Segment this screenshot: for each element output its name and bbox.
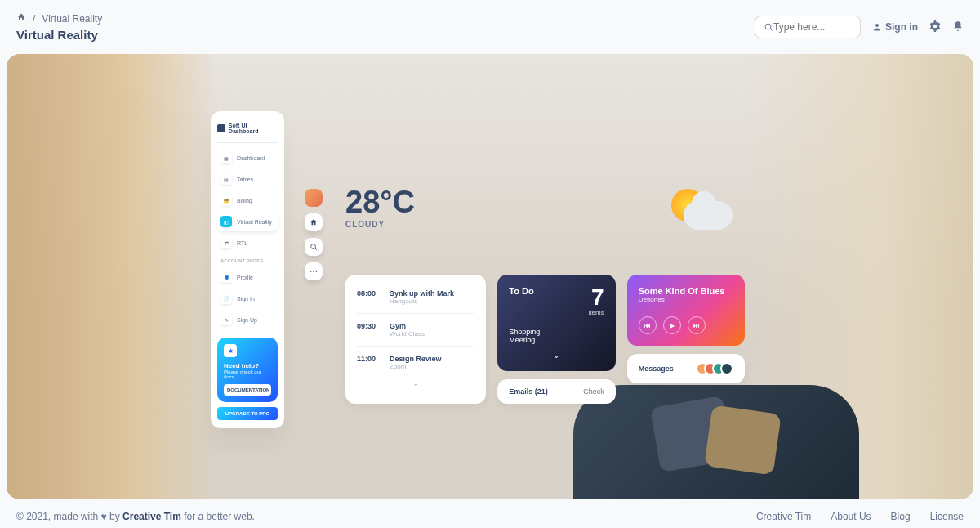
footer-link[interactable]: About Us (831, 511, 871, 522)
help-subtitle: Please check our docs (224, 369, 271, 379)
footer-link[interactable]: Blog (891, 511, 911, 522)
profile-icon: 👤 (220, 271, 232, 283)
star-icon: ★ (224, 344, 237, 357)
rtl-icon: ⇄ (220, 237, 232, 248)
home-icon[interactable] (16, 12, 26, 25)
music-controls: ⏮ ▶ ⏭ (639, 316, 733, 334)
next-button[interactable]: ⏭ (688, 316, 706, 334)
breadcrumb: / Virtual Reality (16, 12, 102, 25)
sidebar-item-label: Sign In (237, 296, 255, 302)
brand-label: Soft UI Dashboard (229, 123, 278, 134)
prev-button[interactable]: ⏮ (639, 316, 657, 334)
schedule-item[interactable]: 09:30 Gym World Class (357, 317, 474, 342)
avatar[interactable] (720, 362, 733, 375)
heart-icon: ♥ (101, 511, 107, 522)
messages-label: Messages (639, 365, 674, 373)
signin-label: Sign in (885, 21, 918, 33)
documentation-button[interactable]: DOCUMENTATION (224, 384, 271, 396)
footer-copyright: © 2021, made with ♥ by Creative Tim for … (16, 511, 255, 522)
signin-link[interactable]: Sign in (872, 21, 918, 33)
search-input[interactable] (773, 21, 852, 33)
messages-card[interactable]: Messages (627, 354, 745, 383)
chevron-down-icon[interactable]: ⌄ (357, 375, 474, 387)
search-button[interactable] (305, 238, 323, 256)
schedule-time: 09:30 (357, 322, 381, 338)
search-icon (310, 243, 318, 251)
todo-count-wrap: 7 items (589, 286, 604, 316)
todo-title: To Do (509, 286, 533, 296)
topbar-right: Sign in (755, 16, 964, 38)
footer: © 2021, made with ♥ by Creative Tim for … (0, 499, 980, 528)
user-icon (872, 22, 882, 32)
search-box[interactable] (755, 16, 861, 38)
divider (357, 313, 474, 314)
avatar[interactable] (305, 189, 323, 207)
music-title: Some Kind Of Blues (639, 286, 733, 296)
topbar: / Virtual Reality Virtual Reality Sign i… (0, 0, 980, 54)
schedule-item[interactable]: 11:00 Design Review Zoom (357, 350, 474, 375)
nav-section-title: ACCOUNT PAGES (217, 254, 278, 267)
sidebar-item-signin[interactable]: 📄Sign In (217, 289, 278, 308)
sidebar-item-tables[interactable]: ▤Tables (217, 169, 278, 189)
breadcrumb-wrap: / Virtual Reality Virtual Reality (16, 12, 102, 42)
play-icon: ▶ (670, 322, 675, 329)
sidebar-item-billing[interactable]: 💳Billing (217, 190, 278, 210)
cloud-icon (684, 201, 733, 230)
schedule-title: Gym (390, 322, 474, 330)
sidebar-item-signup[interactable]: ✎Sign Up (217, 310, 278, 329)
emails-label: Emails (21) (509, 387, 548, 396)
chevron-down-icon[interactable]: ⌄ (509, 351, 604, 360)
todo-header: To Do 7 items (509, 286, 604, 316)
schedule-item[interactable]: 08:00 Synk up with Mark Hangouts (357, 284, 474, 310)
bell-icon[interactable] (952, 20, 964, 34)
sidebar-item-label: Billing (237, 198, 252, 204)
todo-count: 7 (589, 286, 604, 309)
ellipsis-icon: ⋯ (310, 267, 318, 276)
sidebar-item-dashboard[interactable]: ▦Dashboard (217, 148, 278, 168)
footer-text: for a better web. (184, 511, 255, 522)
sidebar-item-rtl[interactable]: ⇄RTL (217, 233, 278, 253)
search-icon (764, 22, 773, 32)
sidebar-item-label: Dashboard (237, 155, 265, 161)
billing-icon: 💳 (220, 195, 232, 206)
cards-row: 08:00 Synk up with Mark Hangouts 09:30 G… (345, 275, 745, 404)
tables-icon: ▤ (220, 173, 232, 185)
weather-row: 28°C CLOUDY (345, 185, 745, 250)
condition: CLOUDY (345, 220, 415, 229)
divider (357, 346, 474, 347)
schedule-time: 08:00 (357, 289, 381, 305)
todo-card: To Do 7 items Shopping Meeting ⌄ (497, 275, 615, 371)
emails-check[interactable]: Check (583, 387, 604, 396)
schedule-body: Gym World Class (390, 322, 474, 338)
breadcrumb-current[interactable]: Virtual Reality (42, 13, 102, 25)
music-artist: Deftones (639, 296, 733, 303)
upgrade-button[interactable]: UPGRADE TO PRO (217, 407, 278, 420)
page-title: Virtual Reality (16, 28, 102, 42)
home-button[interactable] (305, 213, 323, 231)
sidebar-item-profile[interactable]: 👤Profile (217, 267, 278, 287)
svg-line-4 (315, 248, 317, 250)
signin-icon: 📄 (220, 293, 232, 304)
footer-brand-link[interactable]: Creative Tim (122, 511, 181, 522)
svg-line-1 (770, 29, 772, 30)
home-icon (310, 218, 318, 226)
gear-icon[interactable] (929, 20, 941, 34)
main-area: 28°C CLOUDY 08:00 Synk up with Mark Hang… (345, 185, 745, 404)
todo-list: Shopping Meeting (509, 328, 604, 344)
help-title: Need help? (224, 362, 271, 369)
play-button[interactable]: ▶ (663, 316, 681, 334)
more-button[interactable]: ⋯ (305, 262, 323, 280)
footer-text: by (109, 511, 122, 522)
footer-text: © 2021, made with (16, 511, 101, 522)
footer-link[interactable]: Creative Tim (756, 511, 811, 522)
schedule-card: 08:00 Synk up with Mark Hangouts 09:30 G… (345, 275, 486, 404)
sidebar-item-label: Sign Up (237, 317, 257, 323)
sidebar-item-virtual-reality[interactable]: ◧Virtual Reality (217, 212, 278, 231)
svg-point-3 (311, 244, 316, 249)
schedule-title: Synk up with Mark (390, 289, 474, 298)
emails-card[interactable]: Emails (21) Check (497, 379, 615, 404)
sidenav: Soft UI Dashboard ▦Dashboard ▤Tables 💳Bi… (211, 111, 284, 428)
svg-point-0 (765, 24, 771, 29)
sidenav-header[interactable]: Soft UI Dashboard (217, 119, 278, 141)
footer-link[interactable]: License (930, 511, 964, 522)
